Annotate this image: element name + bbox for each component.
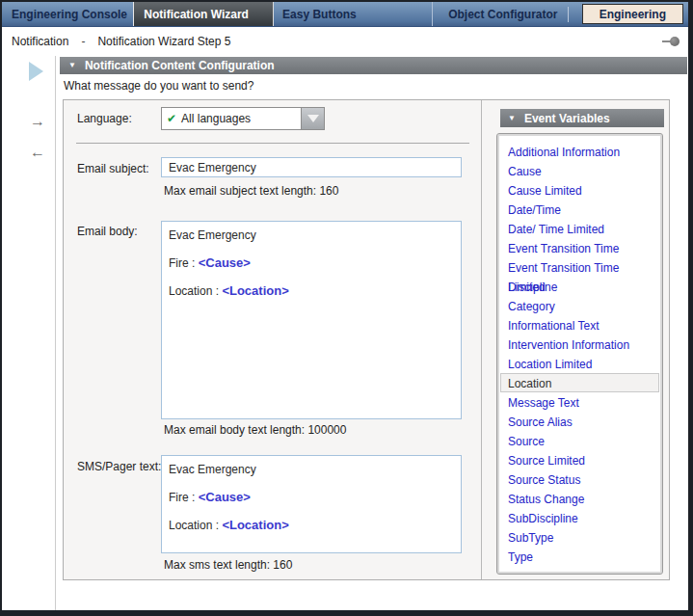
email-body-hint: Max email body text length: 100000 — [164, 423, 346, 437]
email-body-label: Email body: — [77, 225, 138, 238]
variable-token: <Cause> — [199, 490, 251, 504]
event-variable-item[interactable]: Informational Text — [500, 315, 659, 335]
event-variable-item[interactable]: Event Transition Time — [500, 238, 659, 257]
event-variable-item[interactable]: Source Alias — [500, 412, 659, 431]
separator-line — [76, 143, 469, 144]
play-icon[interactable] — [29, 62, 43, 81]
tab-strip: Engineering ConsoleNotification WizardEa… — [2, 2, 688, 27]
sms-hint: Max sms text length: 160 — [164, 558, 292, 572]
language-dropdown-value: All languages — [181, 112, 251, 125]
language-label: Language: — [77, 112, 132, 125]
event-variable-item[interactable]: Status Change — [500, 489, 659, 508]
event-variable-item[interactable]: SubDiscipline — [500, 508, 659, 527]
tab-easy-buttons[interactable]: Easy Buttons — [274, 2, 432, 26]
email-subject-hint: Max email subject text length: 160 — [164, 184, 338, 198]
engineering-mode-button[interactable]: Engineering — [582, 4, 683, 24]
breadcrumb-root: Notification — [12, 35, 68, 48]
variable-token: <Location> — [222, 283, 288, 298]
content-container: Language: ✔ All languages Email subject:… — [63, 99, 670, 580]
event-variable-item[interactable]: Location Limited — [500, 354, 659, 373]
body-text: Fire : — [169, 491, 199, 504]
body-text: Location : — [169, 284, 222, 298]
event-variables-title: Event Variables — [524, 112, 610, 125]
event-variable-item[interactable]: Intervention Information — [500, 335, 659, 354]
sms-pager-label: SMS/Pager text: — [77, 460, 161, 473]
event-variable-item[interactable]: Cause Limited — [500, 180, 659, 200]
event-variable-item[interactable]: SubType — [500, 527, 659, 547]
variable-token: <Cause> — [199, 255, 251, 270]
wizard-question: What message do you want to send? — [64, 79, 253, 93]
body-text: Evac Emergency — [169, 463, 256, 476]
body-text: Evac Emergency — [169, 228, 256, 242]
breadcrumb: Notification - Notification Wizard Step … — [2, 27, 688, 56]
event-variable-item[interactable]: Type — [500, 547, 659, 566]
forward-arrow-icon[interactable]: → — [26, 114, 49, 129]
breadcrumb-current: Notification Wizard Step 5 — [97, 35, 230, 48]
chevron-down-icon — [307, 115, 319, 122]
event-variables-header[interactable]: ▼ Event Variables — [500, 109, 664, 127]
event-variable-item[interactable]: Cause — [500, 161, 659, 180]
body-text: Location : — [169, 519, 222, 532]
sms-pager-textarea[interactable]: Evac Emergency Fire : <Cause> Location :… — [161, 455, 462, 553]
email-subject-input[interactable] — [161, 157, 462, 177]
section-header-notification-content[interactable]: ▼ Notification Content Configuration — [60, 57, 687, 74]
collapse-triangle-icon[interactable]: ▼ — [68, 62, 76, 69]
event-variables-panel: ▼ Event Variables Additional Information… — [481, 100, 669, 579]
event-variable-item[interactable]: Source Limited — [500, 450, 659, 469]
tab-object-configurator[interactable]: Object Configurator — [432, 2, 568, 26]
message-form: Language: ✔ All languages Email subject:… — [64, 100, 482, 579]
window-frame — [688, 58, 693, 616]
event-variable-item[interactable]: Category — [500, 296, 659, 315]
back-arrow-icon[interactable]: ← — [26, 145, 49, 160]
event-variable-item[interactable]: Message Text — [500, 392, 659, 412]
tab-notification-wizard[interactable]: Notification Wizard — [133, 2, 274, 26]
variable-token: <Location> — [222, 518, 288, 532]
tab-separator — [568, 7, 569, 22]
breadcrumb-separator: - — [81, 35, 85, 48]
event-variable-item[interactable]: Date/ Time Limited — [500, 219, 659, 238]
pin-icon[interactable] — [662, 37, 680, 46]
collapse-triangle-icon[interactable]: ▼ — [508, 115, 516, 122]
event-variable-item[interactable]: Source Status — [500, 469, 659, 489]
dropdown-arrow-button[interactable] — [301, 108, 324, 129]
event-variables-list: Additional InformationCauseCause Limited… — [496, 133, 663, 575]
language-dropdown[interactable]: ✔ All languages — [161, 107, 325, 130]
event-variable-item[interactable]: Source — [500, 431, 659, 450]
check-icon: ✔ — [167, 112, 176, 125]
left-toolbar: → ← — [2, 56, 56, 610]
event-variable-item[interactable]: Event Transition Time Limited — [500, 257, 659, 277]
email-body-textarea[interactable]: Evac Emergency Fire : <Cause> Location :… — [161, 221, 462, 419]
event-variable-item[interactable]: Additional Information — [500, 142, 659, 161]
body-text: Fire : — [169, 256, 199, 270]
email-subject-label: Email subject: — [77, 162, 149, 175]
event-variable-item[interactable]: Date/Time — [500, 200, 659, 219]
application-window: Engineering ConsoleNotification WizardEa… — [0, 0, 693, 616]
event-variable-item[interactable]: Location — [500, 373, 659, 392]
section-title: Notification Content Configuration — [85, 59, 275, 72]
event-variable-item[interactable]: Discipline — [500, 277, 659, 296]
tab-engineering-console[interactable]: Engineering Console — [2, 2, 133, 26]
